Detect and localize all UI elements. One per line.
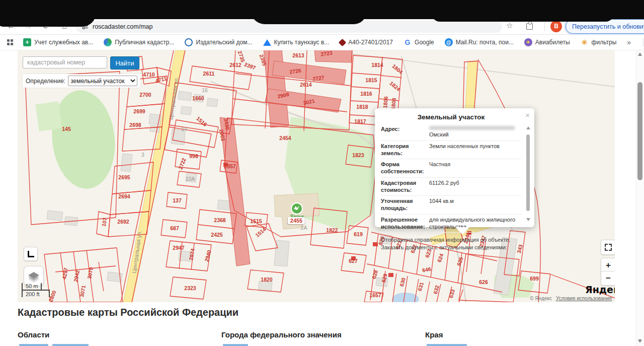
parcel-label: 137 bbox=[173, 197, 182, 203]
popup-pointer bbox=[455, 227, 469, 235]
bookmark-item[interactable]: ✈Авиабилеты bbox=[524, 38, 570, 46]
scroll-down-icon[interactable] bbox=[526, 218, 530, 221]
bookmark-item[interactable]: @Mail.Ru: почта, пои... bbox=[445, 38, 514, 46]
find-button[interactable]: Найти bbox=[110, 56, 139, 70]
bookmark-item[interactable]: GGoogle bbox=[404, 38, 434, 46]
popup-row-value: для индивидуального жилищного строительс… bbox=[429, 217, 521, 231]
parcel-label: 2699 bbox=[133, 108, 145, 114]
bookmark-item[interactable]: +Учет служебных ав... bbox=[23, 38, 93, 46]
popup-row-label: Уточненная площадь: bbox=[381, 198, 429, 212]
circle-logo-icon bbox=[185, 38, 193, 46]
fullscreen-icon bbox=[605, 244, 612, 251]
gear-icon: ✳ bbox=[581, 38, 589, 46]
bookmark-item[interactable]: ✳фильтры bbox=[581, 38, 617, 46]
scrollbar-down-icon[interactable] bbox=[638, 339, 642, 343]
copyright-text: © Яндекс bbox=[530, 296, 552, 301]
bookmarks-overflow-icon[interactable]: » bbox=[627, 38, 631, 46]
parcel-label: 2А bbox=[301, 225, 307, 231]
parcel-label: 2425 bbox=[211, 232, 222, 238]
scale-bar: 50 m 200 ft bbox=[22, 283, 50, 297]
terms-link[interactable]: Условия использования bbox=[556, 296, 612, 301]
scale-imperial: 200 ft bbox=[22, 290, 50, 297]
restart-update-label: Перезапустить и обновить bbox=[572, 23, 644, 30]
bookmark-label: А40-27401/2017 bbox=[348, 39, 393, 46]
zoom-out-button[interactable]: − bbox=[601, 271, 615, 286]
parcel-label: 2700 bbox=[139, 92, 151, 98]
apps-grid-icon[interactable] bbox=[7, 39, 13, 46]
extensions-icon[interactable] bbox=[526, 23, 533, 30]
plane-circle-icon: ✈ bbox=[524, 38, 532, 46]
popup-footer-text: Отображена справочная информация об объе… bbox=[381, 233, 521, 251]
bookmark-item[interactable]: Издательский дом... bbox=[185, 38, 252, 46]
measure-tool-button[interactable] bbox=[24, 247, 38, 261]
parcel-label: 1823 bbox=[352, 152, 364, 158]
parcel-label: 14 bbox=[181, 126, 187, 132]
parcel-label: 1515 bbox=[250, 218, 262, 224]
bookmark-item[interactable]: Публичная кадастр... bbox=[104, 38, 174, 46]
definition-label: Определение: bbox=[26, 78, 65, 85]
bookmark-item[interactable]: А40-27401/2017 bbox=[340, 39, 393, 46]
parcel-label: 2692 bbox=[117, 219, 129, 225]
parcel-label: 626 bbox=[479, 279, 488, 285]
bookmark-label: Издательский дом... bbox=[196, 39, 252, 46]
parcel-label: 2947 bbox=[173, 245, 184, 251]
popup-row-label: Категория земель: bbox=[381, 143, 429, 157]
parcel-label: 996 bbox=[189, 153, 198, 159]
parcel-label: 16 bbox=[202, 87, 208, 93]
bookmark-item[interactable]: Купить таунхаус в... bbox=[263, 39, 330, 46]
parcel-label: 2612 bbox=[229, 62, 241, 68]
popup-row-label: Форма собственности: bbox=[381, 161, 429, 175]
link-hint bbox=[223, 344, 248, 346]
toolbar-separator bbox=[544, 22, 545, 31]
popup-row: Кадастровая стоимость:61126.2 руб bbox=[381, 178, 521, 196]
redaction-blob bbox=[432, 0, 614, 22]
redaction-blob bbox=[250, 0, 367, 24]
layers-icon bbox=[28, 272, 39, 280]
link-hint bbox=[52, 344, 89, 346]
parcel-label: 3 bbox=[141, 152, 144, 158]
redacted-address-line bbox=[429, 126, 515, 130]
popup-row-value: 1044 кв.м bbox=[429, 198, 521, 212]
bookmark-star-icon[interactable]: ☆ bbox=[506, 21, 513, 30]
bookmark-label: Купить таунхаус в... bbox=[274, 39, 330, 46]
popup-row-label: Разрешенное использование: bbox=[381, 217, 429, 231]
fullscreen-button[interactable] bbox=[601, 240, 615, 255]
zoom-in-button[interactable]: + bbox=[601, 258, 615, 272]
link-hint bbox=[427, 344, 467, 346]
url-text: roscadaster.com/map bbox=[93, 23, 153, 30]
parcel-label: 2454 bbox=[279, 135, 291, 141]
bookmark-label: Публичная кадастр... bbox=[115, 39, 174, 46]
cadastral-number-input[interactable] bbox=[23, 56, 107, 68]
sheets-icon: + bbox=[23, 38, 31, 46]
parcel-bubble-label[interactable]: 2455 bbox=[288, 217, 305, 224]
parcel-label: 699 bbox=[530, 275, 539, 282]
bookmark-label: Mail.Ru: почта, пои... bbox=[456, 39, 514, 46]
profile-avatar[interactable]: В bbox=[550, 21, 562, 32]
bookmark-label: Учет служебных ав... bbox=[34, 39, 93, 46]
page-heading: Кадастровые карты Российской Федерации bbox=[18, 307, 238, 318]
yandex-logo[interactable]: Яндекс bbox=[585, 284, 615, 295]
popup-row-label: Адрес: bbox=[381, 126, 429, 139]
parcel-label: 10А bbox=[186, 176, 195, 182]
popup-scroll-thumb[interactable] bbox=[526, 134, 530, 211]
scrollbar-up-icon[interactable] bbox=[638, 52, 642, 56]
bookmarks-separator-2 bbox=[643, 38, 643, 46]
close-icon[interactable]: × bbox=[525, 111, 530, 119]
scroll-up-icon[interactable] bbox=[526, 126, 530, 129]
parcel-label: 687 bbox=[170, 225, 179, 231]
page-scrollbar[interactable] bbox=[636, 50, 644, 346]
scrollbar-thumb[interactable] bbox=[637, 82, 642, 180]
definition-control: Определение: земельный участок bbox=[23, 74, 140, 88]
cadastral-map[interactable]: Центральная ул.Центральная ул. 471047112… bbox=[18, 50, 615, 302]
popup-row: Разрешенное использование:для индивидуал… bbox=[381, 215, 521, 233]
popup-scrollbar[interactable] bbox=[526, 126, 531, 221]
triangle-icon bbox=[263, 39, 271, 46]
link-hint bbox=[19, 344, 48, 346]
popup-row: Адрес:Омский bbox=[381, 124, 521, 141]
parcel-label: 2611 bbox=[203, 71, 215, 77]
parcel-label: 1822 bbox=[326, 227, 338, 233]
definition-select[interactable]: земельный участок bbox=[68, 76, 137, 86]
browser-window: ← → ⟳ ⌂ roscadaster.com/map ☆ В Перезапу… bbox=[0, 0, 644, 346]
parcel-label: 2613 bbox=[292, 52, 304, 58]
ruler-icon bbox=[28, 251, 34, 257]
